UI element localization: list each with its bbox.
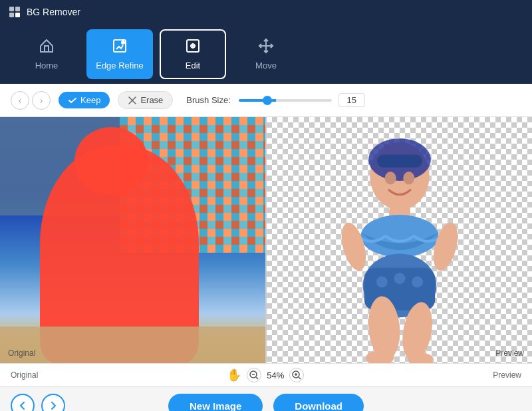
keep-button[interactable]: Keep — [59, 92, 110, 108]
prev-button[interactable] — [11, 394, 35, 411]
svg-line-28 — [256, 377, 258, 379]
zoom-level: 54% — [267, 370, 284, 380]
svg-point-20 — [394, 273, 405, 284]
svg-point-19 — [376, 276, 387, 287]
erase-icon — [128, 96, 137, 105]
bottom-nav-buttons — [11, 394, 65, 411]
nav-move-label: Move — [255, 61, 277, 70]
preview-status-label: Preview — [493, 370, 521, 380]
app-title: BG Remover — [27, 7, 80, 17]
edit-icon — [185, 38, 201, 57]
svg-point-5 — [122, 41, 124, 44]
svg-point-11 — [384, 172, 396, 184]
app-logo-icon — [8, 5, 21, 19]
status-bar: Original ✋ 54% Preview — [0, 363, 532, 386]
back-button[interactable]: ‹ — [11, 91, 29, 110]
hand-tool-icon[interactable]: ✋ — [227, 368, 241, 382]
brush-size-control: 15 — [239, 93, 365, 107]
brush-value-display: 15 — [338, 93, 365, 107]
zoom-in-button[interactable] — [289, 368, 304, 382]
new-image-button[interactable]: New Image — [168, 394, 263, 412]
svg-rect-2 — [9, 13, 14, 17]
keep-icon — [68, 96, 77, 105]
nav-bar: Home Edge Refine Edit M — [0, 24, 532, 84]
original-status-label: Original — [11, 370, 38, 380]
svg-rect-0 — [9, 7, 14, 11]
result-panel: Preview — [267, 117, 532, 363]
svg-rect-3 — [15, 13, 20, 17]
nav-edit[interactable]: Edit — [160, 29, 226, 79]
nav-move[interactable]: Move — [233, 29, 299, 79]
title-bar: BG Remover — [0, 0, 532, 24]
transparency-background — [267, 117, 532, 363]
original-label: Original — [8, 348, 35, 358]
preview-label: Preview — [495, 348, 524, 358]
erase-button[interactable]: Erase — [118, 91, 173, 109]
zoom-out-icon — [249, 370, 259, 380]
forward-button[interactable]: › — [32, 91, 51, 110]
svg-rect-1 — [15, 7, 20, 11]
svg-point-12 — [403, 172, 414, 184]
prev-icon — [17, 400, 28, 411]
nav-arrows: ‹ › — [11, 91, 51, 110]
zoom-out-button[interactable] — [247, 368, 261, 382]
brush-slider[interactable] — [239, 99, 332, 102]
nav-edit-label: Edit — [186, 61, 200, 70]
home-icon — [39, 38, 55, 57]
svg-point-14 — [360, 215, 438, 257]
svg-line-32 — [299, 377, 301, 379]
edge-refine-icon — [112, 38, 128, 57]
next-icon — [48, 400, 59, 411]
canvas-area: Original — [0, 117, 532, 363]
nav-edge-refine[interactable]: Edge Refine — [86, 29, 153, 79]
svg-point-21 — [412, 276, 423, 287]
action-bar: New Image Download — [0, 386, 532, 411]
zoom-in-icon — [292, 370, 301, 380]
next-button[interactable] — [41, 394, 65, 411]
toolbar: ‹ › Keep Erase Brush Size: 15 — [0, 84, 532, 117]
move-icon — [258, 38, 274, 57]
zoom-controls: ✋ 54% — [227, 368, 304, 382]
download-button[interactable]: Download — [273, 394, 364, 412]
nav-edge-refine-label: Edge Refine — [96, 61, 144, 70]
result-child-svg — [300, 137, 499, 363]
original-panel: Original — [0, 117, 265, 363]
nav-home-label: Home — [35, 61, 59, 70]
brush-size-label: Brush Size: — [186, 95, 230, 105]
svg-rect-10 — [376, 154, 422, 167]
nav-home[interactable]: Home — [13, 29, 80, 79]
